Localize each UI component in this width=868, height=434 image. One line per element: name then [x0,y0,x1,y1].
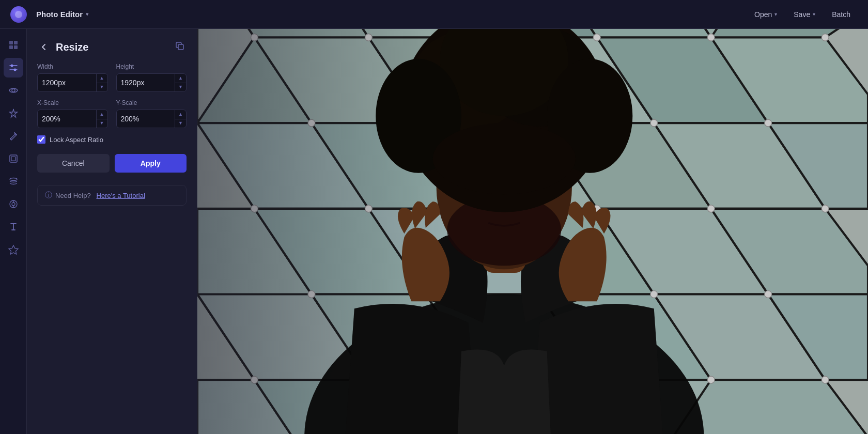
sidebar-item-view[interactable] [4,81,23,100]
svg-point-15 [12,203,15,206]
yscale-down-button[interactable]: ▼ [175,119,186,128]
xscale-up-button[interactable]: ▲ [97,110,107,119]
svg-rect-3 [14,45,18,49]
svg-point-63 [707,34,715,41]
topbar-right: Open ▾ Save ▾ Batch [747,7,858,22]
svg-point-74 [707,205,715,212]
scale-row: X-Scale ▲ ▼ Y-Scale ▲ [37,99,187,128]
action-buttons-row: Cancel Apply [37,154,187,173]
open-label: Open [754,10,772,19]
lock-aspect-checkbox[interactable] [37,135,45,144]
height-up-button[interactable]: ▲ [175,74,186,83]
svg-point-79 [650,291,658,298]
yscale-input[interactable] [117,115,175,123]
svg-point-64 [822,34,829,41]
svg-rect-1 [14,41,18,44]
svg-point-86 [822,376,829,383]
svg-marker-9 [9,109,17,117]
panel-header-left: Resize [37,41,88,53]
svg-rect-12 [11,157,16,161]
height-input-spinner[interactable]: ▲ ▼ [116,73,187,92]
xscale-label: X-Scale [37,99,108,106]
sidebar-item-filter[interactable] [4,194,23,214]
height-input[interactable] [117,79,175,87]
topbar-left: Photo Editor ▾ [10,6,92,23]
resize-panel: Resize Width ▲ ▼ [27,29,197,434]
copy-button[interactable] [173,39,187,55]
svg-point-5 [10,65,13,67]
height-label: Height [116,63,187,70]
sidebar-item-paint[interactable] [4,126,23,146]
svg-point-62 [593,34,600,41]
batch-button[interactable]: Batch [825,7,858,22]
save-label: Save [794,10,810,19]
width-group: Width ▲ ▼ [37,63,108,92]
width-input[interactable] [38,79,96,87]
help-link[interactable]: Here's a Tutorial [97,192,145,199]
height-down-button[interactable]: ▼ [175,83,186,92]
sidebar-item-gallery[interactable] [4,35,23,55]
main-area: Resize Width ▲ ▼ [0,29,868,434]
back-button[interactable] [37,41,51,53]
sidebar-item-stamp[interactable] [4,240,23,259]
svg-point-7 [13,69,16,71]
svg-point-112 [433,123,576,194]
xscale-down-button[interactable]: ▼ [97,119,107,128]
svg-point-13 [10,178,17,181]
resize-form: Width ▲ ▼ Height ▲ [27,63,197,216]
lock-aspect-label[interactable]: Lock Aspect Ratio [50,136,103,144]
app-title-chevron-icon: ▾ [86,11,88,17]
topbar: Photo Editor ▾ Open ▾ Save ▾ Batch [0,0,868,29]
save-button[interactable]: Save ▾ [786,7,823,22]
cancel-button[interactable]: Cancel [37,154,110,173]
svg-rect-2 [9,45,13,49]
xscale-group: X-Scale ▲ ▼ [37,99,108,128]
dimensions-row: Width ▲ ▼ Height ▲ [37,63,187,92]
help-text: Need Help? Here's a Tutorial [55,192,145,199]
open-button[interactable]: Open ▾ [747,7,784,22]
save-chevron-icon: ▾ [813,11,815,17]
yscale-group: Y-Scale ▲ ▼ [116,99,187,128]
xscale-spinners: ▲ ▼ [96,110,107,128]
xscale-input-spinner[interactable]: ▲ ▼ [37,110,108,128]
yscale-input-spinner[interactable]: ▲ ▼ [116,110,187,128]
width-down-button[interactable]: ▼ [97,83,107,92]
svg-marker-18 [9,245,18,254]
width-up-button[interactable]: ▲ [97,74,107,83]
app-title-button[interactable]: Photo Editor ▾ [32,7,92,22]
width-input-spinner[interactable]: ▲ ▼ [37,73,108,92]
height-spinners: ▲ ▼ [175,74,186,91]
sidebar-item-adjustments[interactable] [4,58,23,78]
apply-button[interactable]: Apply [115,154,187,173]
app-title-label: Photo Editor [36,10,83,19]
svg-rect-0 [9,41,13,44]
svg-rect-19 [178,44,183,50]
panel-title: Resize [56,41,88,53]
sidebar-item-magic[interactable] [4,103,23,123]
info-icon: ⓘ [45,191,52,200]
open-chevron-icon: ▾ [774,11,777,17]
yscale-up-button[interactable]: ▲ [175,110,186,119]
panel-header: Resize [27,29,197,63]
icon-sidebar [0,29,27,434]
help-prefix: Need Help? [55,192,91,199]
svg-point-69 [765,119,772,127]
app-logo [10,6,27,23]
svg-point-75 [822,205,829,212]
svg-rect-11 [10,155,17,162]
width-spinners: ▲ ▼ [96,74,107,91]
photo-canvas [197,29,868,434]
lock-aspect-row: Lock Aspect Ratio [37,135,187,144]
xscale-input[interactable] [38,115,96,123]
svg-point-68 [650,119,658,127]
sidebar-item-text[interactable] [4,217,23,237]
width-label: Width [37,63,108,70]
batch-label: Batch [832,10,850,19]
svg-point-8 [12,89,15,92]
canvas-area [197,29,868,434]
sidebar-item-frame[interactable] [4,149,23,168]
help-row[interactable]: ⓘ Need Help? Here's a Tutorial [37,185,187,206]
yscale-spinners: ▲ ▼ [175,110,186,128]
sidebar-item-layers[interactable] [4,172,23,191]
yscale-label: Y-Scale [116,99,187,106]
